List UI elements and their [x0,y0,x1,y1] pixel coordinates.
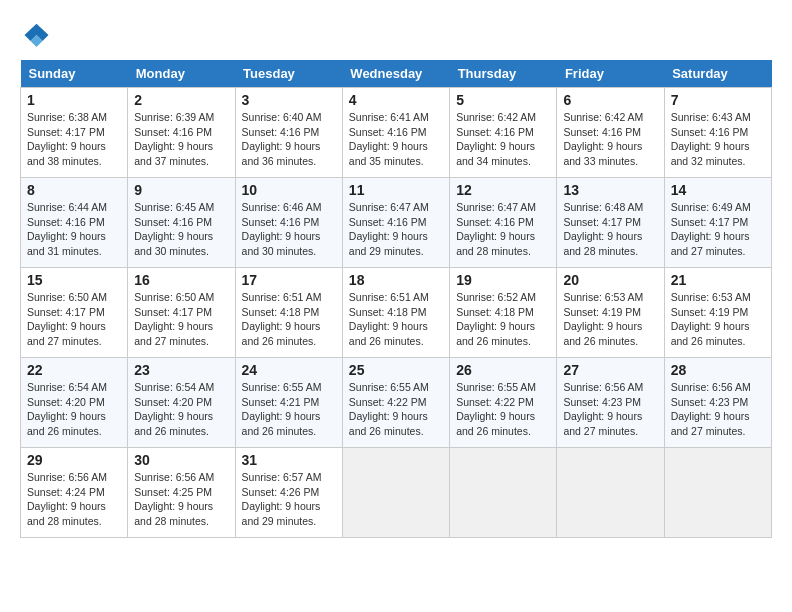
logo-icon [20,20,50,50]
cell-content: Sunrise: 6:40 AMSunset: 4:16 PMDaylight:… [242,110,336,169]
calendar-cell: 25Sunrise: 6:55 AMSunset: 4:22 PMDayligh… [342,358,449,448]
calendar-cell: 9Sunrise: 6:45 AMSunset: 4:16 PMDaylight… [128,178,235,268]
cell-content: Sunrise: 6:44 AMSunset: 4:16 PMDaylight:… [27,200,121,259]
day-number: 5 [456,92,550,108]
day-number: 25 [349,362,443,378]
calendar-cell: 19Sunrise: 6:52 AMSunset: 4:18 PMDayligh… [450,268,557,358]
calendar-cell: 13Sunrise: 6:48 AMSunset: 4:17 PMDayligh… [557,178,664,268]
day-number: 3 [242,92,336,108]
cell-content: Sunrise: 6:51 AMSunset: 4:18 PMDaylight:… [349,290,443,349]
day-number: 9 [134,182,228,198]
day-number: 15 [27,272,121,288]
cell-content: Sunrise: 6:56 AMSunset: 4:25 PMDaylight:… [134,470,228,529]
calendar-cell: 11Sunrise: 6:47 AMSunset: 4:16 PMDayligh… [342,178,449,268]
calendar-cell: 4Sunrise: 6:41 AMSunset: 4:16 PMDaylight… [342,88,449,178]
cell-content: Sunrise: 6:51 AMSunset: 4:18 PMDaylight:… [242,290,336,349]
day-of-week-tuesday: Tuesday [235,60,342,88]
day-of-week-monday: Monday [128,60,235,88]
calendar-cell [450,448,557,538]
calendar-cell: 30Sunrise: 6:56 AMSunset: 4:25 PMDayligh… [128,448,235,538]
day-number: 29 [27,452,121,468]
day-number: 27 [563,362,657,378]
day-number: 24 [242,362,336,378]
day-number: 14 [671,182,765,198]
cell-content: Sunrise: 6:57 AMSunset: 4:26 PMDaylight:… [242,470,336,529]
cell-content: Sunrise: 6:38 AMSunset: 4:17 PMDaylight:… [27,110,121,169]
calendar-cell: 6Sunrise: 6:42 AMSunset: 4:16 PMDaylight… [557,88,664,178]
calendar-body: 1Sunrise: 6:38 AMSunset: 4:17 PMDaylight… [21,88,772,538]
calendar-cell: 8Sunrise: 6:44 AMSunset: 4:16 PMDaylight… [21,178,128,268]
calendar-table: SundayMondayTuesdayWednesdayThursdayFrid… [20,60,772,538]
cell-content: Sunrise: 6:56 AMSunset: 4:23 PMDaylight:… [563,380,657,439]
calendar-cell: 24Sunrise: 6:55 AMSunset: 4:21 PMDayligh… [235,358,342,448]
calendar-week-1: 1Sunrise: 6:38 AMSunset: 4:17 PMDaylight… [21,88,772,178]
calendar-cell: 15Sunrise: 6:50 AMSunset: 4:17 PMDayligh… [21,268,128,358]
day-number: 10 [242,182,336,198]
calendar-cell: 2Sunrise: 6:39 AMSunset: 4:16 PMDaylight… [128,88,235,178]
cell-content: Sunrise: 6:55 AMSunset: 4:22 PMDaylight:… [456,380,550,439]
day-number: 13 [563,182,657,198]
day-number: 8 [27,182,121,198]
day-number: 21 [671,272,765,288]
cell-content: Sunrise: 6:53 AMSunset: 4:19 PMDaylight:… [671,290,765,349]
cell-content: Sunrise: 6:50 AMSunset: 4:17 PMDaylight:… [27,290,121,349]
cell-content: Sunrise: 6:55 AMSunset: 4:21 PMDaylight:… [242,380,336,439]
calendar-cell: 27Sunrise: 6:56 AMSunset: 4:23 PMDayligh… [557,358,664,448]
day-number: 7 [671,92,765,108]
cell-content: Sunrise: 6:53 AMSunset: 4:19 PMDaylight:… [563,290,657,349]
calendar-week-5: 29Sunrise: 6:56 AMSunset: 4:24 PMDayligh… [21,448,772,538]
cell-content: Sunrise: 6:56 AMSunset: 4:23 PMDaylight:… [671,380,765,439]
day-number: 1 [27,92,121,108]
day-number: 22 [27,362,121,378]
day-number: 19 [456,272,550,288]
day-number: 28 [671,362,765,378]
day-number: 2 [134,92,228,108]
day-number: 6 [563,92,657,108]
day-of-week-saturday: Saturday [664,60,771,88]
cell-content: Sunrise: 6:50 AMSunset: 4:17 PMDaylight:… [134,290,228,349]
calendar-cell: 14Sunrise: 6:49 AMSunset: 4:17 PMDayligh… [664,178,771,268]
cell-content: Sunrise: 6:54 AMSunset: 4:20 PMDaylight:… [27,380,121,439]
cell-content: Sunrise: 6:41 AMSunset: 4:16 PMDaylight:… [349,110,443,169]
calendar-cell: 3Sunrise: 6:40 AMSunset: 4:16 PMDaylight… [235,88,342,178]
calendar-cell: 20Sunrise: 6:53 AMSunset: 4:19 PMDayligh… [557,268,664,358]
day-of-week-wednesday: Wednesday [342,60,449,88]
calendar-week-3: 15Sunrise: 6:50 AMSunset: 4:17 PMDayligh… [21,268,772,358]
day-number: 26 [456,362,550,378]
cell-content: Sunrise: 6:47 AMSunset: 4:16 PMDaylight:… [456,200,550,259]
calendar-cell: 22Sunrise: 6:54 AMSunset: 4:20 PMDayligh… [21,358,128,448]
calendar-cell: 29Sunrise: 6:56 AMSunset: 4:24 PMDayligh… [21,448,128,538]
calendar-cell: 17Sunrise: 6:51 AMSunset: 4:18 PMDayligh… [235,268,342,358]
calendar-cell: 7Sunrise: 6:43 AMSunset: 4:16 PMDaylight… [664,88,771,178]
day-number: 4 [349,92,443,108]
calendar-cell: 12Sunrise: 6:47 AMSunset: 4:16 PMDayligh… [450,178,557,268]
day-number: 23 [134,362,228,378]
cell-content: Sunrise: 6:47 AMSunset: 4:16 PMDaylight:… [349,200,443,259]
cell-content: Sunrise: 6:49 AMSunset: 4:17 PMDaylight:… [671,200,765,259]
cell-content: Sunrise: 6:56 AMSunset: 4:24 PMDaylight:… [27,470,121,529]
cell-content: Sunrise: 6:54 AMSunset: 4:20 PMDaylight:… [134,380,228,439]
header [20,20,772,50]
cell-content: Sunrise: 6:39 AMSunset: 4:16 PMDaylight:… [134,110,228,169]
calendar-cell: 21Sunrise: 6:53 AMSunset: 4:19 PMDayligh… [664,268,771,358]
calendar-cell: 31Sunrise: 6:57 AMSunset: 4:26 PMDayligh… [235,448,342,538]
calendar-cell: 18Sunrise: 6:51 AMSunset: 4:18 PMDayligh… [342,268,449,358]
calendar-cell [342,448,449,538]
cell-content: Sunrise: 6:45 AMSunset: 4:16 PMDaylight:… [134,200,228,259]
calendar-week-2: 8Sunrise: 6:44 AMSunset: 4:16 PMDaylight… [21,178,772,268]
day-number: 31 [242,452,336,468]
day-number: 11 [349,182,443,198]
calendar-cell: 5Sunrise: 6:42 AMSunset: 4:16 PMDaylight… [450,88,557,178]
cell-content: Sunrise: 6:43 AMSunset: 4:16 PMDaylight:… [671,110,765,169]
calendar-cell: 28Sunrise: 6:56 AMSunset: 4:23 PMDayligh… [664,358,771,448]
calendar-cell: 16Sunrise: 6:50 AMSunset: 4:17 PMDayligh… [128,268,235,358]
calendar-cell [664,448,771,538]
cell-content: Sunrise: 6:42 AMSunset: 4:16 PMDaylight:… [563,110,657,169]
calendar-cell: 26Sunrise: 6:55 AMSunset: 4:22 PMDayligh… [450,358,557,448]
cell-content: Sunrise: 6:55 AMSunset: 4:22 PMDaylight:… [349,380,443,439]
day-number: 12 [456,182,550,198]
cell-content: Sunrise: 6:42 AMSunset: 4:16 PMDaylight:… [456,110,550,169]
day-of-week-header: SundayMondayTuesdayWednesdayThursdayFrid… [21,60,772,88]
day-number: 20 [563,272,657,288]
day-number: 18 [349,272,443,288]
